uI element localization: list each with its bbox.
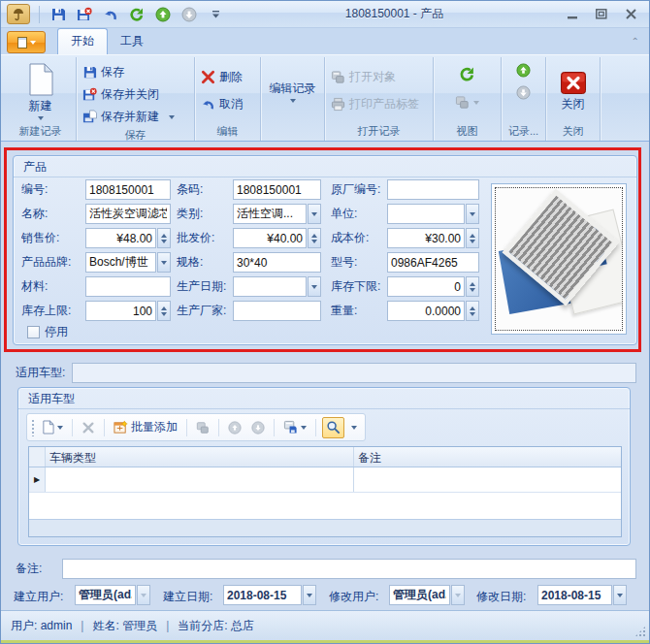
arrow-up-circle-icon (516, 63, 531, 78)
category-input[interactable] (233, 204, 307, 224)
column-header-remark[interactable]: 备注 (354, 447, 621, 467)
record-up-button[interactable] (516, 63, 531, 78)
qat-save-button[interactable] (49, 5, 68, 24)
modified-date-dropdown[interactable] (613, 585, 627, 605)
manufacturer-input[interactable] (233, 301, 321, 321)
stock-min-input[interactable] (387, 276, 465, 297)
stock-max-input[interactable] (85, 301, 156, 321)
applicable-models-input[interactable] (72, 363, 636, 383)
delete-row-button[interactable] (79, 417, 98, 438)
unit-input[interactable] (387, 204, 465, 224)
close-form-button[interactable]: 关闭 (555, 59, 592, 124)
export-button[interactable] (280, 417, 309, 438)
product-photo-frame[interactable] (491, 183, 627, 335)
disabled-checkbox[interactable] (27, 326, 40, 338)
ribbon-group-label: 视图 (435, 124, 500, 141)
weight-spinner[interactable] (466, 301, 479, 321)
created-date-input[interactable] (223, 585, 302, 605)
refresh-view-button[interactable] (454, 63, 480, 85)
cell-vehicle-type[interactable] (46, 467, 354, 492)
search-toggle-button[interactable] (322, 417, 344, 438)
toolbar-more-button[interactable] (348, 417, 360, 438)
view-options-button[interactable] (450, 91, 484, 113)
save-close-button[interactable]: 保存并关闭 (78, 83, 179, 106)
column-header-vehicle-type[interactable]: 车辆类型 (46, 447, 354, 467)
applicable-models-label: 适用车型: (16, 365, 72, 381)
unit-dropdown[interactable] (466, 204, 479, 224)
chevron-down-icon (311, 285, 317, 289)
titlebar: 1808150001 - 产品 (1, 1, 649, 28)
batch-add-button[interactable]: 批量添加 (111, 417, 180, 438)
application-menu-button[interactable] (7, 31, 46, 53)
qat-save-close-button[interactable] (75, 5, 94, 24)
sale-price-input[interactable] (85, 228, 156, 248)
qat-next-record-button[interactable] (179, 5, 199, 24)
undo-icon (201, 97, 215, 112)
open-object-button[interactable]: 打开对象 (326, 63, 424, 90)
created-user-dropdown[interactable] (137, 585, 150, 605)
app-icon[interactable] (7, 4, 30, 24)
delete-button[interactable]: 删除 (196, 63, 247, 90)
close-button[interactable] (622, 7, 639, 22)
row-up-button[interactable] (225, 417, 244, 438)
weight-input[interactable] (387, 301, 465, 321)
cost-price-spinner[interactable] (466, 228, 479, 248)
tab-home[interactable]: 开始 (57, 28, 108, 54)
stock-max-spinner[interactable] (157, 301, 171, 321)
qat-prev-record-button[interactable] (153, 5, 173, 24)
category-dropdown[interactable] (308, 204, 321, 224)
name-input[interactable] (85, 204, 171, 224)
cell-remark[interactable] (354, 467, 621, 492)
minimize-button[interactable] (564, 7, 581, 22)
edit-record-button[interactable]: 编辑记录 (264, 59, 322, 124)
production-date-input[interactable] (233, 276, 307, 297)
modified-user-dropdown[interactable] (451, 585, 465, 605)
qat-customize-button[interactable] (206, 5, 225, 24)
model-input[interactable] (387, 252, 479, 273)
save-new-button[interactable]: 保存并新建 (78, 106, 179, 128)
open-object-icon (331, 70, 345, 84)
material-input[interactable] (85, 276, 171, 297)
print-product-label-button[interactable]: 打印产品标签 (326, 90, 424, 117)
toolbar-grip[interactable] (31, 419, 35, 436)
record-down-button[interactable] (516, 85, 531, 100)
stock-min-spinner[interactable] (466, 276, 479, 297)
resize-grip[interactable] (634, 626, 646, 637)
oem-input[interactable] (387, 179, 479, 200)
row-down-button[interactable] (248, 417, 268, 438)
wholesale-price-spinner[interactable] (308, 228, 321, 248)
spec-input[interactable] (233, 252, 321, 273)
ribbon-group-edit-record: 编辑记录 (261, 57, 325, 141)
modified-user-input[interactable] (389, 585, 450, 605)
table-row[interactable]: ▶ (29, 467, 621, 493)
collapse-ribbon-icon[interactable]: ⌃ (632, 36, 639, 47)
save-button-label: 保存 (101, 64, 124, 80)
open-row-button[interactable] (193, 417, 212, 438)
brand-dropdown[interactable] (157, 252, 171, 273)
save-button[interactable]: 保存 (78, 61, 179, 83)
vehicle-group-title: 适用车型 (18, 388, 630, 409)
cost-price-input[interactable] (387, 228, 465, 248)
remark-input[interactable] (62, 559, 636, 579)
qat-refresh-button[interactable] (127, 5, 146, 24)
tab-tools[interactable]: 工具 (108, 29, 156, 54)
barcode-input[interactable] (233, 179, 321, 200)
restore-button[interactable] (593, 7, 610, 22)
code-input[interactable] (85, 179, 171, 200)
new-button[interactable]: 新建 (21, 59, 60, 124)
modified-date-input[interactable] (537, 585, 612, 605)
wholesale-price-input[interactable] (233, 228, 307, 248)
save-icon (82, 65, 97, 80)
sale-price-spinner[interactable] (157, 228, 171, 248)
created-date-dropdown[interactable] (303, 585, 316, 605)
ribbon-group-close: 关闭 关闭 (546, 57, 601, 141)
ribbon-group-label: 记录... (503, 124, 544, 141)
add-row-button[interactable] (39, 417, 66, 438)
brand-input[interactable] (85, 252, 156, 273)
qat-undo-button[interactable] (101, 5, 120, 24)
ribbon-group-new: 新建 新建记录 (5, 57, 77, 141)
production-date-dropdown[interactable] (308, 276, 321, 297)
arrow-up-circle-icon (155, 7, 171, 22)
cancel-button[interactable]: 取消 (196, 90, 247, 117)
created-user-input[interactable] (75, 585, 136, 605)
